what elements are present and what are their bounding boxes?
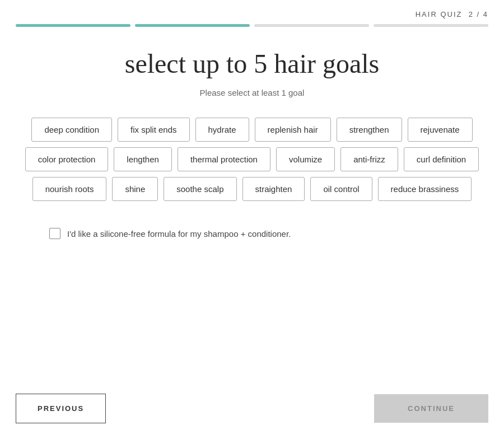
- goal-tag-volumize[interactable]: volumize: [276, 147, 335, 171]
- goal-tag-reduce-brassiness[interactable]: reduce brassiness: [378, 177, 472, 201]
- subtitle: Please select at least 1 goal: [200, 88, 305, 97]
- goal-tag-hydrate[interactable]: hydrate: [195, 118, 249, 142]
- progress-segment-3: [254, 24, 369, 27]
- goal-tag-soothe-scalp[interactable]: soothe scalp: [164, 177, 236, 201]
- goal-tag-nourish-roots[interactable]: nourish roots: [32, 177, 107, 201]
- goal-tag-straighten[interactable]: straighten: [242, 177, 305, 201]
- page-title: select up to 5 hair goals: [125, 48, 380, 79]
- previous-button[interactable]: PREVIOUS: [16, 394, 106, 423]
- goals-grid: deep conditionfix split endshydratereple…: [16, 118, 488, 201]
- goal-tag-thermal-protection[interactable]: thermal protection: [178, 147, 270, 171]
- goal-tag-lengthen[interactable]: lengthen: [114, 147, 172, 171]
- goal-tag-rejuvenate[interactable]: rejuvenate: [408, 118, 473, 142]
- goal-tag-deep-condition[interactable]: deep condition: [31, 118, 112, 142]
- goal-tag-oil-control[interactable]: oil control: [310, 177, 372, 201]
- goal-tag-curl-definition[interactable]: curl definition: [404, 147, 479, 171]
- goal-tag-replenish-hair[interactable]: replenish hair: [255, 118, 331, 142]
- silicone-checkbox[interactable]: [49, 228, 60, 239]
- goal-tag-shine[interactable]: shine: [112, 177, 158, 201]
- silicone-option-row: I'd like a silicone-free formula for my …: [49, 228, 291, 239]
- footer: PREVIOUS CONTINUE: [0, 394, 504, 423]
- silicone-label: I'd like a silicone-free formula for my …: [67, 229, 291, 239]
- goal-tag-fix-split-ends[interactable]: fix split ends: [118, 118, 190, 142]
- goal-tag-anti-frizz[interactable]: anti-frizz: [340, 147, 398, 171]
- goal-tag-strengthen[interactable]: strengthen: [337, 118, 402, 142]
- quiz-label: HAIR QUIZ 2 / 4: [416, 10, 488, 18]
- progress-bar: [0, 24, 504, 27]
- continue-button[interactable]: CONTINUE: [374, 394, 488, 423]
- progress-segment-4: [374, 24, 488, 27]
- goal-tag-color-protection[interactable]: color protection: [25, 147, 109, 171]
- progress-segment-1: [16, 24, 130, 27]
- progress-segment-2: [135, 24, 250, 27]
